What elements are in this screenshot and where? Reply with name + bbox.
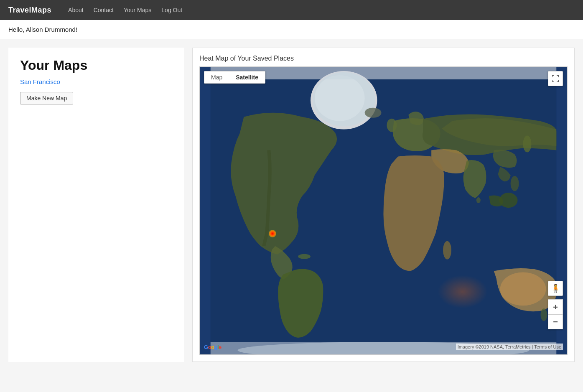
svg-point-6 (365, 108, 382, 118)
svg-point-16 (511, 176, 519, 191)
map-section-title: Heat Map of Your Saved Places (199, 55, 568, 62)
fullscreen-icon (552, 75, 559, 82)
svg-point-15 (476, 197, 481, 203)
map-container: Map Satellite 🧍 + − Google (199, 66, 568, 355)
brand-logo: TravelMaps (8, 6, 51, 15)
map-svg (200, 67, 567, 354)
zoom-in-button[interactable]: + (548, 299, 563, 314)
google-logo: Google (204, 344, 221, 350)
svg-point-7 (387, 119, 397, 132)
map-tab[interactable]: Map (204, 71, 229, 83)
make-new-map-button[interactable]: Make New Map (20, 92, 73, 104)
left-panel: Your Maps San Francisco Make New Map (8, 48, 184, 362)
svg-point-5 (313, 72, 375, 127)
right-panel: Heat Map of Your Saved Places (192, 48, 575, 362)
fullscreen-button[interactable] (548, 71, 563, 86)
svg-point-9 (500, 272, 546, 306)
navbar: TravelMaps About Contact Your Maps Log O… (0, 0, 583, 20)
san-francisco-link[interactable]: San Francisco (20, 78, 172, 85)
zoom-controls: + − (548, 299, 563, 329)
your-maps-title: Your Maps (20, 58, 172, 73)
map-tabs: Map Satellite (204, 71, 265, 84)
zoom-out-button[interactable]: − (548, 314, 563, 329)
contact-link[interactable]: Contact (94, 7, 114, 13)
attribution-text: Imagery ©2019 NASA, TerraMetrics | Terms… (458, 344, 561, 349)
svg-point-14 (443, 241, 451, 260)
svg-point-13 (540, 308, 547, 321)
greeting-bar: Hello, Alison Drummond! (0, 20, 583, 39)
about-link[interactable]: About (68, 7, 84, 13)
greeting-text: Hello, Alison Drummond! (8, 26, 77, 33)
logout-link[interactable]: Log Out (161, 7, 182, 13)
svg-point-12 (298, 254, 311, 259)
pegman-icon: 🧍 (550, 283, 561, 293)
map-attribution: Imagery ©2019 NASA, TerraMetrics | Terms… (456, 344, 563, 350)
australia-heatmap (438, 275, 488, 308)
pegman-button[interactable]: 🧍 (548, 281, 563, 296)
main-layout: Your Maps San Francisco Make New Map Hea… (0, 39, 583, 370)
svg-point-8 (523, 136, 532, 153)
your-maps-link[interactable]: Your Maps (124, 7, 151, 13)
heatmap-dot (269, 230, 276, 237)
satellite-tab[interactable]: Satellite (229, 71, 265, 83)
